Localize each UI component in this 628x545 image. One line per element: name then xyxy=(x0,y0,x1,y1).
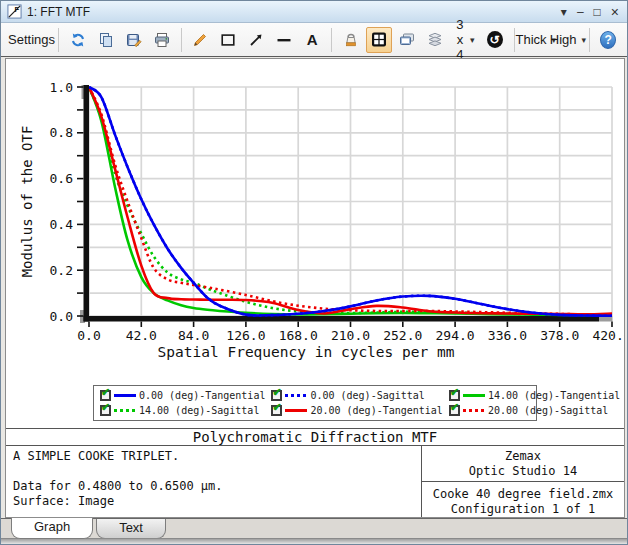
x-tick-label: 420.0 xyxy=(592,328,624,343)
rectangle-annotation-button[interactable] xyxy=(215,27,241,53)
window-title: 1: FFT MTF xyxy=(27,5,556,19)
line-annotation-button[interactable] xyxy=(271,27,297,53)
legend-line-sample xyxy=(463,409,485,412)
x-tick-label: 336.0 xyxy=(488,328,527,343)
chart-info-table: A SIMPLE COOKE TRIPLET. Data for 0.4800 … xyxy=(6,446,624,517)
legend-label: 20.00 (deg)-Sagittal xyxy=(488,405,608,416)
software-version-line: Zemax xyxy=(422,449,624,464)
legend-checkbox[interactable]: ✔ xyxy=(100,405,111,416)
reset-button[interactable]: ↺ xyxy=(482,27,508,53)
lens-note-line xyxy=(13,464,414,479)
mtf-chart: 1.00.80.60.40.20.00.042.084.0126.0168.02… xyxy=(6,59,624,381)
toolbar-separator xyxy=(181,28,182,52)
legend-checkbox[interactable]: ✔ xyxy=(271,390,282,401)
refresh-icon xyxy=(70,32,86,48)
legend-label: 0.00 (deg)-Tangential xyxy=(139,390,265,401)
x-axis-label: Spatial Frequency in cycles per mm xyxy=(158,344,455,360)
lens-file-line: Cooke 40 degree field.zmx xyxy=(422,487,624,502)
lens-note-line: Surface: Image xyxy=(13,494,414,509)
arrow-annotation-button[interactable] xyxy=(243,27,269,53)
copy-icon xyxy=(98,32,114,48)
caret-down-icon: ▾ xyxy=(470,35,475,45)
y-axis-label: Modulus of the OTF xyxy=(19,126,35,278)
toolbar-separator xyxy=(331,28,332,52)
tab-text[interactable]: Text xyxy=(96,519,166,539)
toolbar: Settings xyxy=(1,23,627,57)
reset-icon: ↺ xyxy=(487,31,503,48)
software-version-line: Optic Studio 14 xyxy=(422,464,624,479)
legend-line-sample xyxy=(463,394,485,397)
clone-window-button[interactable] xyxy=(394,27,420,53)
x-tick-label: 0.0 xyxy=(77,328,100,343)
check-icon: ✔ xyxy=(272,386,281,399)
legend-label: 20.00 (deg)-Tangential xyxy=(310,405,442,416)
settings-button[interactable]: Settings xyxy=(7,27,52,53)
grid-layout-button[interactable] xyxy=(366,27,392,53)
lens-notes-cell: A SIMPLE COOKE TRIPLET. Data for 0.4800 … xyxy=(6,446,422,517)
layers-button[interactable] xyxy=(422,27,448,53)
copy-button[interactable] xyxy=(93,27,119,53)
chart-legend: ✔0.00 (deg)-Tangential✔0.00 (deg)-Sagitt… xyxy=(93,385,537,421)
x-tick-label: 126.0 xyxy=(226,328,265,343)
refresh-button[interactable] xyxy=(65,27,91,53)
window-menu-button[interactable]: ▾ xyxy=(561,6,567,18)
help-button[interactable]: ? xyxy=(595,27,621,53)
toolbar-separator xyxy=(58,28,59,52)
y-tick-label: 0.0 xyxy=(50,309,73,324)
legend-checkbox[interactable]: ✔ xyxy=(271,405,282,416)
thickness-dropdown[interactable]: Thick ▾ xyxy=(520,27,551,53)
print-button[interactable] xyxy=(149,27,175,53)
line-icon xyxy=(276,32,292,48)
tabbar: GraphText xyxy=(1,518,627,540)
legend-checkbox[interactable]: ✔ xyxy=(449,405,460,416)
legend-line-sample xyxy=(285,409,307,412)
text-annotation-button[interactable]: A xyxy=(299,27,325,53)
chart-title: Polychromatic Diffraction MTF xyxy=(6,428,624,446)
layout-value: 3 x 4 xyxy=(455,17,465,62)
legend-label: 14.00 (deg)-Tangential xyxy=(488,390,620,401)
arrow-icon xyxy=(248,32,264,48)
maximize-button[interactable]: □ xyxy=(594,6,601,18)
x-axis-bar xyxy=(84,316,600,322)
y-tick-label: 0.6 xyxy=(50,171,73,186)
layout-dropdown[interactable]: 3 x 4 ▾ xyxy=(450,27,480,53)
text-tool-icon: A xyxy=(307,31,318,48)
x-tick-label: 252.0 xyxy=(383,328,422,343)
tab-graph[interactable]: Graph xyxy=(11,518,93,539)
settings-label: Settings xyxy=(8,32,55,47)
quality-dropdown[interactable]: High ▾ xyxy=(553,27,582,53)
thickness-value: Thick xyxy=(516,32,547,47)
toolbar-separator xyxy=(514,28,515,52)
lens-file-line: Configuration 1 of 1 xyxy=(422,502,624,517)
window-bottom-edge xyxy=(1,538,627,544)
lens-note-line: A SIMPLE COOKE TRIPLET. xyxy=(13,449,414,464)
legend-checkbox[interactable]: ✔ xyxy=(449,390,460,401)
save-button[interactable] xyxy=(121,27,147,53)
x-tick-label: 210.0 xyxy=(331,328,370,343)
x-tick-label: 294.0 xyxy=(436,328,475,343)
print-icon xyxy=(154,32,170,48)
lamp-button[interactable] xyxy=(338,27,364,53)
x-tick-label: 84.0 xyxy=(178,328,209,343)
info-right-column: ZemaxOptic Studio 14 Cooke 40 degree fie… xyxy=(422,446,624,517)
software-version-cell: ZemaxOptic Studio 14 xyxy=(422,446,624,482)
legend-checkbox[interactable]: ✔ xyxy=(100,390,111,401)
pencil-icon xyxy=(192,32,208,48)
legend-item: ✔0.00 (deg)-Sagittal xyxy=(271,390,442,401)
x-tick-label: 378.0 xyxy=(540,328,579,343)
app-icon: F xyxy=(7,4,22,19)
check-icon: ✔ xyxy=(450,386,459,399)
grid-layout-icon xyxy=(371,31,387,48)
lens-note-line: Data for 0.4800 to 0.6500 µm. xyxy=(13,479,414,494)
y-tick-label: 0.4 xyxy=(50,217,74,232)
legend-item: ✔14.00 (deg)-Sagittal xyxy=(100,405,265,416)
x-tick-label: 168.0 xyxy=(279,328,318,343)
caret-down-icon: ▾ xyxy=(582,35,587,45)
legend-item: ✔0.00 (deg)-Tangential xyxy=(100,390,265,401)
app-window: F 1: FFT MTF ▾ – □ × Settings xyxy=(0,0,628,545)
minimize-button[interactable]: – xyxy=(577,6,584,18)
legend-line-sample xyxy=(114,409,136,412)
close-button[interactable]: × xyxy=(611,5,619,19)
lens-file-cell: Cooke 40 degree field.zmxConfiguration 1… xyxy=(422,482,624,517)
pencil-annotation-button[interactable] xyxy=(187,27,213,53)
